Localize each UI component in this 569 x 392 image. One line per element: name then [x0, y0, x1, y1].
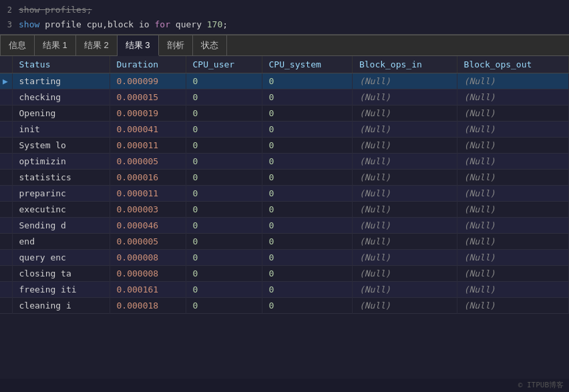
cell-block-ops-out: (Null) — [457, 218, 568, 234]
cell-block-ops-out: (Null) — [457, 186, 568, 202]
col-cpu-user[interactable]: CPU_user — [186, 56, 262, 73]
cell-cpu-system: 0 — [262, 234, 352, 250]
cell-duration: 0.000016 — [110, 170, 186, 186]
cell-duration: 0.000015 — [110, 89, 186, 106]
code-number: 170 — [202, 17, 222, 32]
table-header-row: Status Duration CPU_user CPU_system Bloc… — [0, 56, 569, 73]
row-indicator — [0, 202, 12, 218]
cell-block-ops-in: (Null) — [352, 122, 457, 138]
col-cpu-system[interactable]: CPU_system — [262, 56, 352, 73]
cell-block-ops-out: (Null) — [457, 170, 568, 186]
cell-block-ops-in: (Null) — [352, 250, 457, 266]
row-indicator — [0, 266, 12, 282]
line-number-2: 2 — [0, 3, 19, 17]
cell-cpu-system: 0 — [262, 186, 352, 202]
table-row[interactable]: statistics0.00001600(Null)(Null) — [0, 170, 569, 186]
code-line-3: 3 show profile cpu,block io for query 17… — [0, 17, 564, 32]
row-indicator — [0, 186, 12, 202]
row-indicator — [0, 218, 12, 234]
table-row[interactable]: Opening0.00001900(Null)(Null) — [0, 106, 569, 122]
cell-status: cleaning i — [12, 298, 110, 314]
tab-profile[interactable]: 剖析 — [159, 35, 193, 55]
col-block-ops-out[interactable]: Block_ops_out — [457, 56, 568, 73]
table-row[interactable]: checking0.00001500(Null)(Null) — [0, 89, 569, 106]
cell-block-ops-out: (Null) — [457, 106, 568, 122]
row-indicator — [0, 106, 12, 122]
code-keyword-for: for — [150, 17, 170, 32]
code-text-profile: profile cpu — [39, 17, 102, 32]
table-row[interactable]: preparinc0.00001100(Null)(Null) — [0, 186, 569, 202]
watermark: © ITPUB博客 — [0, 379, 569, 392]
row-indicator — [0, 282, 12, 298]
cell-status: closing ta — [12, 266, 110, 282]
cell-duration: 0.000011 — [110, 186, 186, 202]
cell-status: preparinc — [12, 186, 110, 202]
cell-cpu-system: 0 — [262, 282, 352, 298]
row-indicator — [0, 89, 12, 106]
row-indicator — [0, 138, 12, 154]
table-row[interactable]: ▶starting0.00009900(Null)(Null) — [0, 73, 569, 89]
cell-status: init — [12, 122, 110, 138]
cell-block-ops-out: (Null) — [457, 138, 568, 154]
tab-result1[interactable]: 结果 1 — [35, 35, 76, 55]
table-row[interactable]: query enc0.00000800(Null)(Null) — [0, 250, 569, 266]
tab-result2[interactable]: 结果 2 — [76, 35, 118, 55]
cell-cpu-user: 0 — [186, 202, 262, 218]
row-indicator: ▶ — [0, 73, 12, 89]
cell-status: Opening — [12, 106, 110, 122]
table-area[interactable]: Status Duration CPU_user CPU_system Bloc… — [0, 56, 569, 379]
cell-block-ops-in: (Null) — [352, 186, 457, 202]
cell-status: end — [12, 234, 110, 250]
cell-duration: 0.000003 — [110, 202, 186, 218]
cell-cpu-system: 0 — [262, 73, 352, 89]
col-block-ops-in[interactable]: Block_ops_in — [352, 56, 457, 73]
table-row[interactable]: end0.00000500(Null)(Null) — [0, 234, 569, 250]
cell-duration: 0.000041 — [110, 122, 186, 138]
cell-block-ops-out: (Null) — [457, 73, 568, 89]
tab-info[interactable]: 信息 — [0, 35, 35, 55]
cell-cpu-system: 0 — [262, 106, 352, 122]
cell-block-ops-in: (Null) — [352, 266, 457, 282]
table-row[interactable]: cleaning i0.00001800(Null)(Null) — [0, 298, 569, 314]
table-row[interactable]: init0.00004100(Null)(Null) — [0, 122, 569, 138]
table-row[interactable]: System lo0.00001100(Null)(Null) — [0, 138, 569, 154]
table-row[interactable]: executinc0.00000300(Null)(Null) — [0, 202, 569, 218]
cell-block-ops-out: (Null) — [457, 202, 568, 218]
cell-block-ops-out: (Null) — [457, 154, 568, 170]
code-keyword-show: show — [19, 17, 39, 32]
table-row[interactable]: Sending d0.00004600(Null)(Null) — [0, 218, 569, 234]
row-indicator — [0, 250, 12, 266]
cell-block-ops-in: (Null) — [352, 89, 457, 106]
cell-status: query enc — [12, 250, 110, 266]
col-status[interactable]: Status — [12, 56, 110, 73]
line-number-3: 3 — [0, 17, 19, 32]
tab-status[interactable]: 状态 — [193, 35, 227, 55]
table-row[interactable]: freeing iti0.00016100(Null)(Null) — [0, 282, 569, 298]
cell-status: executinc — [12, 202, 110, 218]
cell-cpu-user: 0 — [186, 234, 262, 250]
cell-block-ops-in: (Null) — [352, 73, 457, 89]
table-row[interactable]: optimizin0.00000500(Null)(Null) — [0, 154, 569, 170]
cell-block-ops-in: (Null) — [352, 218, 457, 234]
cell-cpu-user: 0 — [186, 186, 262, 202]
cell-cpu-system: 0 — [262, 89, 352, 106]
cell-cpu-user: 0 — [186, 154, 262, 170]
cell-cpu-user: 0 — [186, 73, 262, 89]
row-indicator — [0, 154, 12, 170]
cell-block-ops-in: (Null) — [352, 202, 457, 218]
code-area: 2 show profiles; 3 show profile cpu,bloc… — [0, 0, 569, 35]
cell-status: starting — [12, 73, 110, 89]
cell-duration: 0.000005 — [110, 154, 186, 170]
cell-cpu-user: 0 — [186, 298, 262, 314]
cell-cpu-system: 0 — [262, 298, 352, 314]
cell-block-ops-out: (Null) — [457, 250, 568, 266]
cell-status: Sending d — [12, 218, 110, 234]
table-row[interactable]: closing ta0.00000800(Null)(Null) — [0, 266, 569, 282]
cell-block-ops-out: (Null) — [457, 266, 568, 282]
col-duration[interactable]: Duration — [110, 56, 186, 73]
code-line-2: 2 show profiles; — [0, 3, 564, 17]
cell-block-ops-out: (Null) — [457, 282, 568, 298]
cell-duration: 0.000018 — [110, 298, 186, 314]
tab-result3[interactable]: 结果 3 — [118, 35, 159, 56]
cell-cpu-system: 0 — [262, 266, 352, 282]
